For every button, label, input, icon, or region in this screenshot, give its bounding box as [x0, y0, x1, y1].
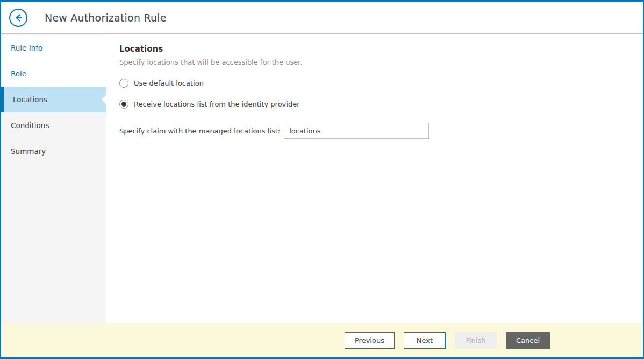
- wizard-header: New Authorization Rule: [1, 2, 643, 34]
- radio-label: Receive locations list from the identity…: [134, 100, 300, 108]
- sidebar-item-rule-info[interactable]: Rule Info: [1, 35, 106, 61]
- sidebar-item-summary[interactable]: Summary: [1, 138, 106, 164]
- step-label: Conditions: [11, 121, 49, 130]
- section-description: Specify locations that will be accessibl…: [119, 58, 627, 66]
- claim-row: Specify claim with the managed locations…: [119, 123, 627, 139]
- step-label: Rule Info: [11, 44, 42, 52]
- radio-receive-locations-list[interactable]: Receive locations list from the identity…: [119, 100, 627, 109]
- sidebar-item-locations[interactable]: Locations: [1, 87, 106, 112]
- header-divider: [35, 6, 35, 29]
- cancel-button[interactable]: Cancel: [506, 332, 550, 349]
- radio-use-default-location[interactable]: Use default location: [119, 79, 627, 88]
- back-button[interactable]: [9, 9, 27, 27]
- back-arrow-icon: [13, 13, 23, 23]
- step-label: Role: [11, 69, 26, 78]
- radio-selected-icon: [119, 100, 128, 109]
- wizard-steps-sidebar: Rule Info Role Locations Conditions Summ…: [1, 34, 106, 323]
- wizard-footer: Previous Next Finish Cancel: [1, 323, 643, 357]
- wizard-window: New Authorization Rule Rule Info Role Lo…: [0, 0, 644, 359]
- page-title: New Authorization Rule: [45, 12, 167, 24]
- section-heading: Locations: [119, 44, 627, 54]
- sidebar-item-conditions[interactable]: Conditions: [1, 112, 106, 138]
- radio-label: Use default location: [134, 79, 204, 87]
- next-button[interactable]: Next: [404, 332, 446, 349]
- claim-input[interactable]: [284, 123, 429, 139]
- sidebar-item-role[interactable]: Role: [1, 61, 106, 87]
- finish-button[interactable]: Finish: [455, 332, 497, 349]
- claim-label: Specify claim with the managed locations…: [119, 127, 280, 135]
- step-label: Summary: [11, 147, 46, 156]
- step-label: Locations: [13, 95, 47, 104]
- radio-unselected-icon: [119, 79, 128, 88]
- previous-button[interactable]: Previous: [345, 332, 395, 349]
- wizard-content: Locations Specify locations that will be…: [106, 34, 643, 323]
